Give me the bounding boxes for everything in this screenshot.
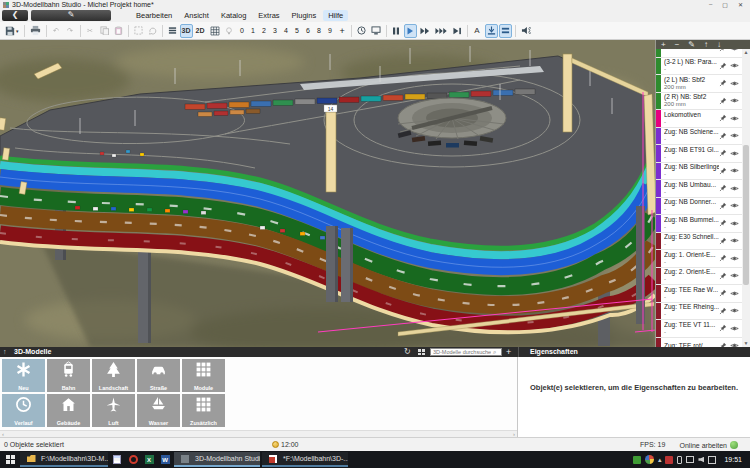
timer-button[interactable] <box>355 24 368 38</box>
layer-row[interactable]: Zug: 1. Orient-E... - <box>656 250 742 268</box>
pin-icon[interactable] <box>719 132 727 140</box>
copy-button[interactable] <box>98 24 111 38</box>
fast-forward-button[interactable] <box>418 24 432 38</box>
eye-icon[interactable] <box>730 185 739 192</box>
eye-icon[interactable] <box>730 272 739 279</box>
camera-number-button[interactable]: 0 <box>237 24 248 38</box>
camera-number-button[interactable]: 8 <box>314 24 325 38</box>
scrollbar-thumb[interactable] <box>743 145 749 285</box>
eye-icon[interactable] <box>730 132 739 139</box>
fast-forward-3x-button[interactable] <box>433 24 450 38</box>
back-button[interactable]: ❮ <box>2 10 28 21</box>
camera-number-button[interactable]: 2 <box>259 24 270 38</box>
tray-volume-icon[interactable] <box>698 457 704 463</box>
layer-row[interactable]: (2 R) NB: Sbf2 200 mm <box>656 93 742 111</box>
taskbar-item-opera[interactable] <box>126 452 140 467</box>
sound-toggle[interactable] <box>519 24 533 38</box>
pin-icon[interactable] <box>719 254 727 262</box>
tray-show-hidden-icon[interactable]: ▴ <box>658 456 662 463</box>
eye-icon[interactable] <box>730 307 739 314</box>
print-button[interactable] <box>28 24 43 38</box>
move-down-button[interactable]: ↓ <box>717 41 721 49</box>
eye-icon[interactable] <box>730 167 739 174</box>
pin-icon[interactable] <box>719 114 727 122</box>
undo-button[interactable]: ↶ <box>50 24 63 38</box>
tile-module[interactable]: Module <box>182 359 225 392</box>
tile-verlauf[interactable]: Verlauf <box>2 394 45 427</box>
start-button[interactable] <box>2 451 18 468</box>
camera-number-button[interactable]: 6 <box>303 24 314 38</box>
paste-button[interactable] <box>112 24 125 38</box>
tile-bahn[interactable]: Bahn <box>47 359 90 392</box>
menu-item[interactable]: Extras <box>253 10 284 21</box>
layer-row[interactable]: Zug: NB Umbau... - <box>656 180 742 198</box>
eye-icon[interactable] <box>730 150 739 157</box>
tile-gebaeude[interactable]: Gebäude <box>47 394 90 427</box>
edit-mode-button[interactable]: ✎ <box>31 10 111 21</box>
layer-row[interactable]: Zug: NB Silberlinge - <box>656 163 742 181</box>
save-dropdown-caret[interactable]: ▾ <box>16 28 19 34</box>
menu-item[interactable]: Hilfe <box>323 10 348 21</box>
viewport-3d[interactable]: 14 <box>0 40 655 347</box>
grid-toggle[interactable] <box>208 24 222 38</box>
auto-height-button[interactable]: A <box>471 24 484 38</box>
catalog-scrollbar[interactable]: ‹ › <box>0 430 517 437</box>
pin-icon[interactable] <box>719 289 727 297</box>
pin-icon[interactable] <box>719 272 727 280</box>
pause-button[interactable] <box>390 24 403 38</box>
rotate-button[interactable] <box>146 24 159 38</box>
tray-icon-red[interactable] <box>665 456 673 464</box>
pin-icon[interactable] <box>719 49 727 52</box>
camera-number-button[interactable]: 4 <box>281 24 292 38</box>
layer-row[interactable]: Zug: NB Donner... - <box>656 198 742 216</box>
edit-layer-button[interactable]: ✎ <box>688 41 695 49</box>
minimize-button[interactable]: – <box>709 1 712 8</box>
menu-item[interactable]: Katalog <box>216 10 251 21</box>
maximize-button[interactable]: ▢ <box>722 1 728 8</box>
search-icon[interactable]: ⌕ <box>493 349 496 355</box>
layer-row[interactable]: Zug: E30 Schnell... - <box>656 233 742 251</box>
tile-wasser[interactable]: Wasser <box>137 394 180 427</box>
camera-number-button[interactable]: 5 <box>292 24 303 38</box>
pin-icon[interactable] <box>719 202 727 210</box>
taskbar-item-explorer[interactable]: F:\Modellbahn\3D-M... <box>20 452 108 467</box>
view-mode-icon[interactable] <box>418 349 425 355</box>
tile-landschaft[interactable]: Landschaft <box>92 359 135 392</box>
menu-item[interactable]: Bearbeiten <box>131 10 177 21</box>
add-layer-button[interactable]: + <box>661 41 666 49</box>
layer-row[interactable]: Zug: NB Schiene... - <box>656 128 742 146</box>
eye-icon[interactable] <box>730 62 739 69</box>
layer-row[interactable]: - <box>656 49 742 58</box>
add-camera-button[interactable]: + <box>337 24 348 38</box>
view-2d-toggle[interactable]: 2D <box>194 24 207 38</box>
pin-icon[interactable] <box>719 324 727 332</box>
layer-view-toggle[interactable] <box>499 24 512 38</box>
pin-icon[interactable] <box>719 219 727 227</box>
screenshot-button[interactable] <box>369 24 383 38</box>
eye-icon[interactable] <box>730 97 739 104</box>
taskbar-item-excel[interactable]: X <box>142 452 156 467</box>
collapse-panel-icon[interactable]: ↑ <box>3 348 7 355</box>
view-3d-toggle[interactable]: 3D <box>180 24 193 38</box>
eye-icon[interactable] <box>730 237 739 244</box>
layer-row[interactable]: (2 L) NB: Sbf2 200 mm <box>656 75 742 93</box>
tile-luft[interactable]: Luft <box>92 394 135 427</box>
tray-phone-icon[interactable] <box>677 456 682 464</box>
pin-icon[interactable] <box>719 149 727 157</box>
redo-button[interactable]: ↷ <box>64 24 77 38</box>
tile-strasse[interactable]: Straße <box>137 359 180 392</box>
light-toggle[interactable] <box>223 24 236 38</box>
step-end-button[interactable] <box>451 24 464 38</box>
taskbar-clock[interactable]: 19:51 <box>724 456 742 463</box>
layer-row[interactable]: Zug: TEE VT 11... - <box>656 320 742 338</box>
eye-icon[interactable] <box>730 220 739 227</box>
eye-icon[interactable] <box>730 202 739 209</box>
scroll-down-arrow[interactable]: ▼ <box>742 340 750 347</box>
camera-number-button[interactable]: 9 <box>325 24 336 38</box>
eye-icon[interactable] <box>730 49 739 52</box>
close-button[interactable]: ✕ <box>738 1 743 8</box>
layer-row[interactable]: Zug: 2. Orient-E... - <box>656 268 742 286</box>
camera-number-button[interactable]: 3 <box>270 24 281 38</box>
layers-scrollbar[interactable]: ▲ ▼ <box>742 49 750 347</box>
select-move-button[interactable] <box>132 24 145 38</box>
